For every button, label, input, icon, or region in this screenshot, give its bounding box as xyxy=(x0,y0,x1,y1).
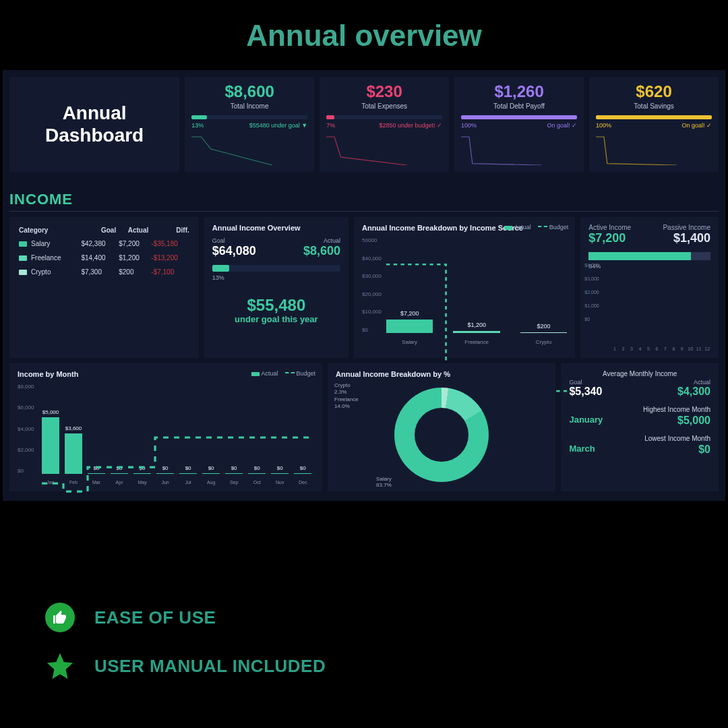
cat-name: Crypto xyxy=(31,268,51,276)
cell-actual: $1,200 xyxy=(117,251,150,265)
mini-y-axis: $4,000$3,000$2,000$1,000$0 xyxy=(584,259,599,326)
cell-diff: -$35,180 xyxy=(150,237,190,251)
dashboard-title-card: Annual Dashboard xyxy=(9,77,179,172)
stat-avg-title: Average Monthly Income xyxy=(569,370,710,377)
mini-x-axis: 123456789101112 xyxy=(611,346,710,351)
monthly-chart: $8,000$6,000$4,000$2,000$0 $5,000 $3,600… xyxy=(18,384,314,485)
donut-chart xyxy=(394,388,489,482)
kpi-pct: 13% xyxy=(191,122,204,129)
stat-hi-title: Highest Income Month xyxy=(569,406,710,413)
chart-legend: Actual Budget xyxy=(251,370,316,377)
avg-actual-value: $4,300 xyxy=(677,386,710,398)
kpi-total-savings: $620 Total Savings 100% On goal! ✓ xyxy=(589,77,719,172)
active-label: Active Income xyxy=(588,224,631,231)
kpi-note: On goal! ✓ xyxy=(547,122,578,129)
kpi-pct: 100% xyxy=(596,122,611,129)
income-donut-panel: Annual Income Breakdown by % Crypto2.3% … xyxy=(328,363,555,491)
income-table-panel: Category Goal Actual Diff. Salary $42,38… xyxy=(9,217,199,358)
lo-month: March xyxy=(569,444,595,456)
kpi-progress xyxy=(461,115,577,119)
section-income-header: INCOME xyxy=(9,191,719,212)
income-by-month-panel: Income by Month Actual Budget $8,000$6,0… xyxy=(9,363,322,491)
kpi-sparkline xyxy=(461,133,542,165)
kpi-sparkline xyxy=(596,133,677,165)
cell-diff: -$7,100 xyxy=(150,265,190,279)
kpi-note: $55480 under goal ▼ xyxy=(249,122,307,129)
x-axis: JanFebMar AprMayJun JulAugSep OctNovDec xyxy=(42,480,311,485)
category-color-swatch xyxy=(19,255,27,261)
feature-label: USER MANUAL INCLUDED xyxy=(94,656,326,677)
actual-label: Actual xyxy=(303,237,340,244)
overview-under-goal: $55,480 under goal this year xyxy=(212,296,340,324)
th-category: Category xyxy=(18,224,80,237)
legend-swatch-budget xyxy=(285,372,295,373)
kpi-row: Annual Dashboard $8,600 Total Income 13%… xyxy=(9,77,719,172)
kpi-progress xyxy=(191,115,307,119)
kpi-pct: 7% xyxy=(326,122,335,129)
donut-labels-left: Crypto2.3% Freelance14.0% xyxy=(334,382,359,409)
cat-name: Salary xyxy=(31,240,50,247)
overview-pct: 13% xyxy=(212,274,340,281)
table-row: Salary $42,380 $7,200 -$35,180 xyxy=(18,237,191,251)
y-axis: $8,000$6,000$4,000$2,000$0 xyxy=(18,384,34,474)
hi-value: $5,000 xyxy=(677,415,710,427)
category-color-swatch xyxy=(19,270,27,275)
y-axis: 50000$40,000$30,000$20,000$10,000$0 xyxy=(362,237,382,333)
kpi-note: On goal! ✓ xyxy=(682,122,712,129)
th-goal: Goal xyxy=(80,224,117,237)
legend-swatch-budget xyxy=(538,226,547,227)
page-title: Annual overview xyxy=(0,0,728,65)
budget-step-line xyxy=(42,384,311,653)
cell-diff: -$13,200 xyxy=(150,251,190,265)
kpi-value: $1,260 xyxy=(461,82,577,101)
kpi-label: Total Debt Payoff xyxy=(461,102,577,110)
cell-goal: $7,300 xyxy=(80,265,117,279)
kpi-value: $230 xyxy=(326,82,442,101)
panel-title: Annual Income Breakdown by % xyxy=(336,370,547,378)
legend-swatch-actual xyxy=(251,372,260,376)
kpi-total-expenses: $230 Total Expenses 7% $2850 under budge… xyxy=(320,77,449,172)
income-overview-panel: Annual Income Overview Goal $64,080 Actu… xyxy=(204,217,348,358)
th-diff: Diff. xyxy=(150,224,190,237)
income-mid-row: Category Goal Actual Diff. Salary $42,38… xyxy=(9,217,719,358)
panel-title: Annual Income Overview xyxy=(212,224,340,232)
kpi-debt-payoff: $1,260 Total Debt Payoff 100% On goal! ✓ xyxy=(454,77,584,172)
avg-actual-label: Actual xyxy=(677,379,710,386)
hi-month: January xyxy=(569,415,603,427)
cell-actual: $7,200 xyxy=(117,237,150,251)
kpi-note: $2850 under budget! ✓ xyxy=(380,122,443,129)
annual-dashboard: Annual Dashboard $8,600 Total Income 13%… xyxy=(3,70,725,501)
active-passive-bar xyxy=(588,252,710,260)
table-row: Crypto $7,300 $200 -$7,100 xyxy=(18,265,191,279)
cat-name: Freelance xyxy=(31,254,61,262)
goal-label: Goal xyxy=(212,237,256,244)
mini-monthly-bars xyxy=(611,287,710,344)
kpi-progress xyxy=(596,115,712,119)
feature-user-manual: USER MANUAL INCLUDED xyxy=(44,650,728,681)
cell-goal: $42,380 xyxy=(80,237,117,251)
overview-progress xyxy=(212,265,340,272)
kpi-total-income: $8,600 Total Income 13% $55480 under goa… xyxy=(185,77,314,172)
stat-lo-title: Lowest Income Month xyxy=(569,435,710,442)
cell-actual: $200 xyxy=(117,265,150,279)
kpi-pct: 100% xyxy=(461,122,477,129)
passive-value: $1,400 xyxy=(663,231,710,245)
avg-goal-value: $5,340 xyxy=(569,386,602,398)
active-passive-panel: Active Income $7,200 Passive Income $1,4… xyxy=(580,217,719,358)
th-actual: Actual xyxy=(117,224,150,237)
actual-value: $8,600 xyxy=(303,244,340,258)
income-breakdown-panel: Annual Income Breakdown by Income Source… xyxy=(354,217,575,358)
goal-value: $64,080 xyxy=(212,244,256,258)
kpi-value: $620 xyxy=(596,82,712,101)
table-row: Freelance $14,400 $1,200 -$13,200 xyxy=(18,251,191,265)
breakdown-chart: 50000$40,000$30,000$20,000$10,000$0 $7,2… xyxy=(362,237,567,345)
donut-label-salary: Salary83.7% xyxy=(376,476,392,489)
kpi-label: Total Savings xyxy=(596,102,712,110)
income-table: Category Goal Actual Diff. Salary $42,38… xyxy=(18,224,191,279)
dashboard-title: Annual Dashboard xyxy=(16,102,173,146)
active-value: $7,200 xyxy=(588,231,631,245)
passive-label: Passive Income xyxy=(663,224,710,231)
kpi-progress xyxy=(326,115,442,119)
kpi-sparkline xyxy=(326,133,407,165)
kpi-sparkline xyxy=(191,133,272,165)
